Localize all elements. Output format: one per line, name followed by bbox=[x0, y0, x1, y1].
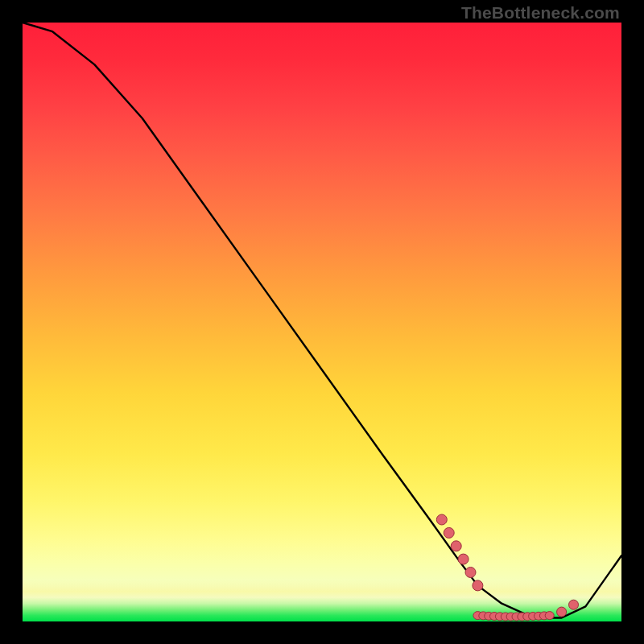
chart-svg bbox=[23, 23, 621, 621]
marker-dot bbox=[436, 514, 447, 525]
marker-group bbox=[436, 514, 578, 621]
marker-dot bbox=[545, 612, 554, 620]
plot-area bbox=[23, 23, 621, 621]
marker-dot bbox=[465, 568, 476, 578]
marker-dot bbox=[557, 607, 567, 617]
watermark-text: TheBottleneck.com bbox=[461, 3, 620, 23]
marker-dot bbox=[444, 527, 454, 538]
chart-frame: TheBottleneck.com bbox=[0, 0, 644, 644]
curve-path bbox=[23, 23, 621, 618]
marker-dot bbox=[473, 580, 483, 591]
curve-line bbox=[23, 23, 621, 618]
marker-dot bbox=[458, 554, 469, 564]
marker-dot bbox=[451, 541, 461, 551]
marker-dot bbox=[569, 600, 579, 609]
